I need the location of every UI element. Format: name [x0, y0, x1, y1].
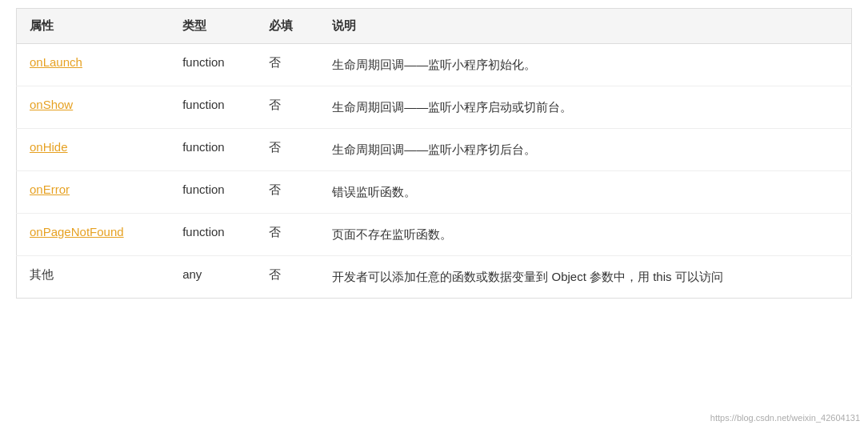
api-table: 属性 类型 必填 说明 onLaunchfunction否生命周期回调——监听小…: [16, 8, 852, 299]
desc-cell: 页面不存在监听函数。: [319, 214, 851, 256]
table-row: 其他any否开发者可以添加任意的函数或数据变量到 Object 参数中，用 th…: [17, 256, 852, 299]
attr-cell[interactable]: onHide: [17, 129, 170, 171]
attr-link[interactable]: onHide: [30, 140, 68, 154]
type-cell: function: [170, 44, 256, 86]
desc-cell: 错误监听函数。: [319, 171, 851, 214]
header-required: 必填: [256, 9, 319, 44]
header-attr: 属性: [17, 9, 170, 44]
header-desc: 说明: [319, 9, 851, 44]
required-cell: 否: [256, 171, 319, 214]
type-cell: function: [170, 171, 256, 214]
required-cell: 否: [256, 214, 319, 256]
desc-cell: 生命周期回调——监听小程序切后台。: [319, 129, 851, 171]
watermark: https://blog.csdn.net/weixin_42604131: [710, 413, 860, 423]
required-cell: 否: [256, 256, 319, 299]
desc-cell: 生命周期回调——监听小程序启动或切前台。: [319, 86, 851, 129]
attr-link[interactable]: onPageNotFound: [30, 225, 124, 239]
desc-cell: 生命周期回调——监听小程序初始化。: [319, 44, 851, 86]
table-row: onLaunchfunction否生命周期回调——监听小程序初始化。: [17, 44, 852, 86]
table-container: 属性 类型 必填 说明 onLaunchfunction否生命周期回调——监听小…: [0, 0, 868, 315]
required-cell: 否: [256, 86, 319, 129]
table-row: onHidefunction否生命周期回调——监听小程序切后台。: [17, 129, 852, 171]
required-cell: 否: [256, 129, 319, 171]
attr-link[interactable]: onLaunch: [30, 55, 82, 69]
required-cell: 否: [256, 44, 319, 86]
table-header-row: 属性 类型 必填 说明: [17, 9, 852, 44]
type-cell: function: [170, 86, 256, 129]
table-row: onPageNotFoundfunction否页面不存在监听函数。: [17, 214, 852, 256]
table-row: onErrorfunction否错误监听函数。: [17, 171, 852, 214]
attr-cell[interactable]: onError: [17, 171, 170, 214]
desc-cell: 开发者可以添加任意的函数或数据变量到 Object 参数中，用 this 可以访…: [319, 256, 851, 299]
attr-link[interactable]: onShow: [30, 98, 73, 111]
type-cell: function: [170, 129, 256, 171]
attr-cell: 其他: [17, 256, 170, 299]
attr-link[interactable]: onError: [30, 182, 70, 196]
attr-cell[interactable]: onShow: [17, 86, 170, 129]
type-cell: function: [170, 214, 256, 256]
attr-cell[interactable]: onLaunch: [17, 44, 170, 86]
table-row: onShowfunction否生命周期回调——监听小程序启动或切前台。: [17, 86, 852, 129]
header-type: 类型: [170, 9, 256, 44]
type-cell: any: [170, 256, 256, 299]
attr-cell[interactable]: onPageNotFound: [17, 214, 170, 256]
